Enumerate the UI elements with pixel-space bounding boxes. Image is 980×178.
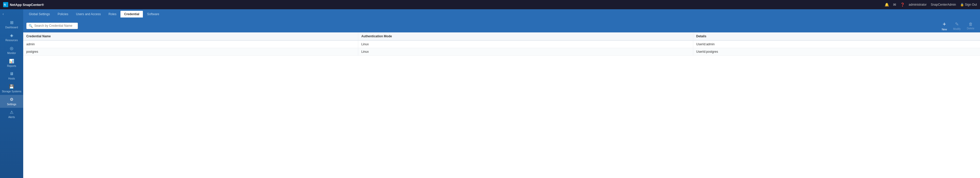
notification-icon[interactable]: 🔔 — [885, 3, 889, 7]
alerts-icon: ⚠ — [10, 110, 13, 115]
storage-icon: 💾 — [9, 84, 14, 89]
table-row[interactable]: postgres Linux UserId:postgres — [23, 48, 980, 55]
sidebar-item-settings[interactable]: ⚙ Settings — [0, 95, 23, 108]
user-label[interactable]: administrator — [909, 3, 927, 6]
toolbar: 🔍 + New ✎ Modify 🗑 Delete — [23, 19, 980, 32]
top-header: N NetApp SnapCenter® 🔔 ✉ ❓ administrator… — [0, 0, 980, 9]
sidebar-collapse-button[interactable]: ‹ — [0, 10, 23, 17]
credential-table: Credential Name Authentication Mode Deta… — [23, 32, 980, 55]
tab-roles[interactable]: Roles — [105, 11, 120, 17]
tab-credential[interactable]: Credential — [121, 11, 143, 17]
cell-cred-name: admin — [23, 40, 358, 48]
new-icon: + — [943, 21, 946, 28]
sidebar-label-reports: Reports — [7, 65, 16, 68]
new-label: New — [942, 28, 947, 31]
reports-icon: 📊 — [9, 59, 14, 63]
tab-users-access[interactable]: Users and Access — [72, 11, 105, 17]
sidebar-label-dashboard: Dashboard — [5, 26, 18, 29]
sidebar-label-settings: Settings — [7, 103, 16, 106]
signout-label[interactable]: 🔒 Sign Out — [960, 3, 977, 6]
cell-auth-mode: Linux — [358, 40, 693, 48]
header-left: N NetApp SnapCenter® — [3, 2, 44, 7]
sidebar-item-dashboard[interactable]: ⊞ Dashboard — [0, 18, 23, 31]
table-header-row: Credential Name Authentication Mode Deta… — [23, 32, 980, 40]
sidebar-item-storage-systems[interactable]: 💾 Storage Systems — [0, 82, 23, 95]
content-area: Global Settings Policies Users and Acces… — [23, 9, 980, 178]
hosts-icon: 🖥 — [10, 71, 14, 76]
help-icon[interactable]: ❓ — [900, 3, 905, 7]
sidebar-item-reports[interactable]: 📊 Reports — [0, 57, 23, 69]
mail-icon[interactable]: ✉ — [893, 3, 896, 7]
monitor-icon: ◎ — [10, 46, 13, 51]
modify-label: Modify — [953, 28, 961, 30]
tab-policies[interactable]: Policies — [54, 11, 72, 17]
modify-icon: ✎ — [955, 21, 959, 27]
col-header-cred-name: Credential Name — [23, 32, 358, 40]
tenant-label[interactable]: SnapCenterAdmin — [931, 3, 956, 6]
resources-icon: ◈ — [10, 33, 13, 38]
app-title: NetApp SnapCenter® — [10, 3, 44, 7]
col-header-auth-mode: Authentication Mode — [358, 32, 693, 40]
sidebar-item-hosts[interactable]: 🖥 Hosts — [0, 69, 23, 82]
cell-auth-mode: Linux — [358, 48, 693, 55]
sidebar-label-hosts: Hosts — [8, 77, 15, 80]
new-button[interactable]: + New — [939, 20, 950, 32]
sidebar-item-alerts[interactable]: ⚠ Alerts — [0, 108, 23, 121]
toolbar-actions: + New ✎ Modify 🗑 Delete — [939, 20, 977, 32]
table-body: admin Linux UserId:admin postgres Linux … — [23, 40, 980, 55]
svg-text:N: N — [4, 3, 6, 6]
delete-label: Delete — [967, 27, 974, 30]
settings-icon: ⚙ — [10, 97, 13, 102]
sub-navigation: Global Settings Policies Users and Acces… — [23, 9, 980, 19]
cell-cred-name: postgres — [23, 48, 358, 55]
table-row[interactable]: admin Linux UserId:admin — [23, 40, 980, 48]
collapse-icon: ‹ — [3, 12, 4, 16]
credential-table-area: Credential Name Authentication Mode Deta… — [23, 32, 980, 178]
sidebar-item-monitor[interactable]: ◎ Monitor — [0, 44, 23, 57]
sidebar-item-resources[interactable]: ◈ Resources — [0, 31, 23, 44]
sidebar-label-storage: Storage Systems — [2, 90, 21, 93]
col-header-details: Details — [693, 32, 980, 40]
cell-details: UserId:postgres — [693, 48, 980, 55]
tab-global-settings[interactable]: Global Settings — [25, 11, 53, 17]
main-layout: ‹ ⊞ Dashboard ◈ Resources ◎ Monitor 📊 Re… — [0, 9, 980, 178]
modify-button[interactable]: ✎ Modify — [951, 20, 963, 32]
delete-button[interactable]: 🗑 Delete — [964, 21, 977, 31]
header-right: 🔔 ✉ ❓ administrator SnapCenterAdmin 🔒 Si… — [885, 3, 977, 7]
search-icon: 🔍 — [29, 24, 33, 28]
app-logo: N NetApp SnapCenter® — [3, 2, 44, 7]
cell-details: UserId:admin — [693, 40, 980, 48]
tab-software[interactable]: Software — [143, 11, 163, 17]
search-box[interactable]: 🔍 — [26, 23, 78, 29]
dashboard-icon: ⊞ — [10, 20, 13, 25]
sidebar-label-resources: Resources — [5, 39, 18, 42]
sidebar-label-monitor: Monitor — [7, 52, 16, 55]
sidebar-label-alerts: Alerts — [8, 116, 15, 118]
search-input[interactable] — [34, 24, 76, 28]
delete-icon: 🗑 — [969, 22, 973, 27]
sidebar: ‹ ⊞ Dashboard ◈ Resources ◎ Monitor 📊 Re… — [0, 9, 23, 178]
